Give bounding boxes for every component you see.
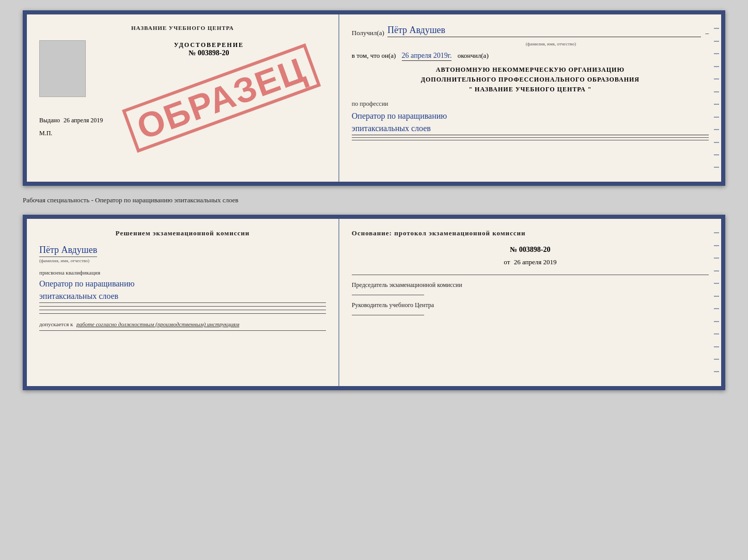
br-line-top [352, 275, 709, 275]
bc-work-text: работе согласно должностным (производств… [76, 321, 239, 327]
spine-line [714, 270, 719, 271]
spine-line [714, 53, 719, 54]
bc-dopuskaetsya: допускается к работе согласно должностны… [39, 321, 326, 327]
spine-line [714, 117, 719, 118]
top-certificate: НАЗВАНИЕ УЧЕБНОГО ЦЕНТРА УДОСТОВЕРЕНИЕ №… [23, 10, 725, 186]
spine-line [714, 371, 719, 372]
vydano-date: 26 апреля 2019 [64, 117, 103, 124]
udostoverenie-label: УДОСТОВЕРЕНИЕ [92, 41, 326, 49]
br-rukovoditel: Руководитель учебного Центра [352, 300, 709, 310]
spine-line [714, 321, 719, 322]
spine-line [714, 129, 719, 130]
bc-line1 [39, 306, 326, 307]
professii-label: по профессии [352, 100, 709, 108]
okonchil-label: окончил(а) [458, 52, 489, 59]
completion-date: 26 апреля 2019г. [402, 52, 452, 61]
bottom-cert-right: Основание: протокол экзаменационной коми… [339, 219, 721, 386]
bottom-right-spine [714, 219, 721, 386]
bc-name-block: Пётр Авдушев (фамилия, имя, отчество) [39, 245, 326, 263]
spine-line [714, 232, 719, 233]
separator-text: Рабочая специальность - Оператор по нара… [23, 194, 725, 206]
bottom-certificate: Решением экзаменационной комиссии Пётр А… [23, 215, 725, 390]
br-heading: Основание: протокол экзаменационной коми… [352, 229, 709, 237]
bc-line2 [39, 310, 326, 310]
spine-line [714, 154, 719, 155]
cert-number: № 003898-20 [92, 49, 326, 57]
vydano-label: Выдано [39, 117, 60, 124]
vtom-row: в том, что он(а) 26 апреля 2019г. окончи… [352, 52, 709, 60]
org-line1: АВТОНОМНУЮ НЕКОММЕРЧЕСКУЮ ОРГАНИЗАЦИЮ [352, 65, 709, 75]
spine-line [714, 142, 719, 143]
vtom-label: в том, что он(а) [352, 52, 396, 59]
bc-prisvoena-label: присвоена квалификация [39, 269, 326, 276]
name-subfio: (фамилия, имя, отчество) [393, 41, 709, 46]
spine-line [714, 78, 719, 79]
top-cert-school-name: НАЗВАНИЕ УЧЕБНОГО ЦЕНТРА [39, 25, 326, 31]
spine-line [714, 296, 719, 297]
bc-recipient-name: Пётр Авдушев [39, 245, 97, 257]
spine-line [714, 283, 719, 284]
udostoverenie-block: УДОСТОВЕРЕНИЕ № 003898-20 [92, 41, 326, 57]
org-line3: " НАЗВАНИЕ УЧЕБНОГО ЦЕНТРА " [352, 85, 709, 94]
bc-heading: Решением экзаменационной комиссии [39, 229, 326, 237]
bc-line4 [39, 330, 326, 331]
spine-line [714, 104, 719, 105]
spine-line [714, 346, 719, 347]
profession-value: Оператор по наращиванию эпитаксиальных с… [352, 110, 709, 135]
top-cert-right: Получил(а) Пётр Авдушев – (фамилия, имя,… [339, 14, 721, 182]
vydano-block: Выдано 26 апреля 2019 [39, 117, 326, 124]
photo-placeholder [39, 40, 86, 97]
mp-label: М.П. [39, 130, 326, 137]
line1 [352, 137, 709, 138]
spine-line [714, 91, 719, 92]
br-date: от 26 апреля 2019 [352, 258, 709, 266]
spine-line [714, 308, 719, 309]
dash: – [705, 29, 709, 37]
spine-line [714, 28, 719, 29]
poluchil-label: Получил(а) [352, 29, 384, 37]
bc-dopuskaetsya-label: допускается к [39, 321, 73, 327]
spine-line [714, 66, 719, 67]
poluchil-row: Получил(а) Пётр Авдушев – [352, 25, 709, 37]
bottom-cert-left: Решением экзаменационной комиссии Пётр А… [27, 219, 339, 386]
br-rukovoditel-sign [352, 315, 424, 315]
br-number: № 003898-20 [352, 246, 709, 254]
bc-line3 [39, 313, 326, 314]
br-predsedatel: Председатель экзаменационной комиссии [352, 280, 709, 290]
br-date-value: 26 апреля 2019 [514, 258, 557, 266]
bc-qualification: Оператор по наращиванию эпитаксиальных с… [39, 278, 326, 303]
spine-line [714, 333, 719, 334]
org-line2: ДОПОЛНИТЕЛЬНОГО ПРОФЕССИОНАЛЬНОГО ОБРАЗО… [352, 75, 709, 85]
org-block: АВТОНОМНУЮ НЕКОММЕРЧЕСКУЮ ОРГАНИЗАЦИЮ ДО… [352, 65, 709, 95]
top-cert-left-content: НАЗВАНИЕ УЧЕБНОГО ЦЕНТРА УДОСТОВЕРЕНИЕ №… [39, 25, 326, 137]
top-cert-left: НАЗВАНИЕ УЧЕБНОГО ЦЕНТРА УДОСТОВЕРЕНИЕ №… [27, 14, 339, 182]
spine-line [714, 258, 719, 259]
spine-line [714, 359, 719, 360]
bc-name-subfio: (фамилия, имя, отчество) [39, 258, 326, 263]
spine-line [714, 167, 719, 168]
line2 [352, 140, 709, 140]
right-spine [714, 14, 721, 182]
recipient-name: Пётр Авдушев [387, 25, 702, 37]
spine-line [714, 41, 719, 42]
br-date-prefix: от [504, 258, 510, 266]
spine-line [714, 245, 719, 246]
br-predsedatel-sign [352, 295, 424, 295]
